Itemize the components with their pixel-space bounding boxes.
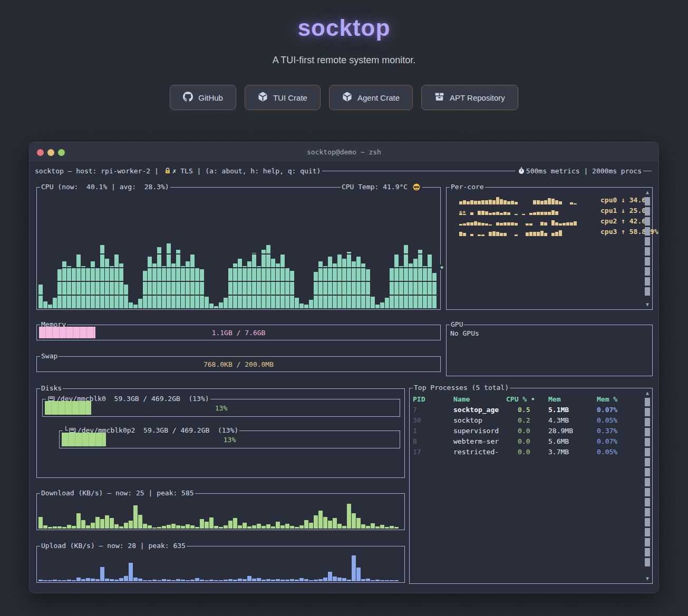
processes-scrollbar[interactable]: ▲ ▼ <box>644 390 651 582</box>
scrollbar-segment[interactable] <box>645 408 650 416</box>
chart-bar <box>100 567 104 581</box>
chart-bar <box>390 526 394 529</box>
scrollbar-segment[interactable] <box>645 528 650 536</box>
tui-crate-button[interactable]: TUI Crate <box>245 85 321 110</box>
chart-bar <box>500 199 503 204</box>
scrollbar-segment[interactable] <box>645 548 650 556</box>
chart-bar <box>280 525 285 529</box>
apt-repository-button[interactable]: APT Repository <box>421 85 518 110</box>
process-cell: supervisord <box>453 427 506 435</box>
scroll-down-icon[interactable]: ▼ <box>646 575 649 582</box>
chart-bar <box>304 520 308 529</box>
col-mem[interactable]: Mem <box>548 395 597 403</box>
github-button[interactable]: GitHub <box>170 85 236 110</box>
process-cell: restricted- <box>453 448 506 456</box>
scrollbar-segment[interactable] <box>645 267 650 276</box>
chart-bar <box>86 268 90 308</box>
core-row-cpu2: cpu2 ↑ 42.6% <box>459 215 587 226</box>
process-cell: 30 <box>413 416 453 424</box>
scrollbar-segment[interactable] <box>645 398 650 406</box>
scrollbar-segment[interactable] <box>645 428 650 436</box>
chart-bar <box>323 266 327 308</box>
chart-bar <box>148 580 152 581</box>
status-host: socktop — host: rpi-worker-2 | <box>35 167 163 175</box>
chart-bar <box>347 252 351 308</box>
chart-bar <box>200 269 204 308</box>
col-mem-pct[interactable]: Mem % <box>597 395 641 403</box>
chart-bar <box>323 517 327 529</box>
scrollbar-segment[interactable] <box>645 287 650 296</box>
scrollbar-segment[interactable] <box>645 448 650 456</box>
chart-bar <box>205 580 209 581</box>
chart-bar <box>492 200 496 204</box>
chart-bar <box>366 526 370 529</box>
chart-bar <box>86 525 90 529</box>
scrollbar-segment[interactable] <box>645 558 650 566</box>
scrollbar-segment[interactable] <box>645 458 650 466</box>
scrollbar-segment[interactable] <box>645 197 650 206</box>
chart-bar <box>148 525 152 529</box>
chart-bar <box>375 580 380 581</box>
scrollbar-segment[interactable] <box>645 418 650 426</box>
scrollbar-segment[interactable] <box>645 247 650 256</box>
scrollbar-segment[interactable] <box>645 518 650 526</box>
chart-bar <box>304 579 308 581</box>
scroll-up-icon[interactable]: ▲ <box>646 189 649 195</box>
chart-bar <box>138 579 142 581</box>
agent-crate-button[interactable]: Agent Crate <box>329 85 413 110</box>
scrollbar-segment[interactable] <box>645 237 650 246</box>
chart-bar <box>176 579 180 581</box>
process-row[interactable]: 1supervisord0.028.9MB0.37% <box>413 425 641 436</box>
col-cpu[interactable]: CPU % • <box>506 395 548 403</box>
scrollbar-segment[interactable] <box>645 498 650 506</box>
scrollbar-segment[interactable] <box>645 257 650 266</box>
stopwatch-icon <box>518 167 525 174</box>
scroll-up-icon[interactable]: ▲ <box>646 390 649 396</box>
chart-bar <box>295 580 299 581</box>
chart-bar <box>238 259 242 308</box>
chart-bar <box>529 232 532 236</box>
chart-bar <box>252 579 256 581</box>
scrollbar-segment[interactable] <box>645 488 650 496</box>
chart-bar <box>418 250 422 309</box>
scroll-down-icon[interactable]: ▼ <box>646 301 649 308</box>
chart-bar <box>110 518 114 529</box>
chart-bar <box>463 233 466 236</box>
scrollbar-segment[interactable] <box>645 538 650 546</box>
col-name[interactable]: Name <box>453 395 506 403</box>
chart-bar <box>394 580 399 581</box>
chart-bar <box>361 579 365 581</box>
chart-bar <box>489 232 492 236</box>
cpu-panel: CPU (now: 40.1% | avg: 28.3%) CPU Temp: … <box>36 187 441 310</box>
divider <box>322 171 515 171</box>
scrollbar-segment[interactable] <box>645 478 650 486</box>
chart-bar <box>280 580 285 581</box>
scrollbar-segment[interactable] <box>645 468 650 476</box>
archive-icon <box>434 92 444 103</box>
process-row[interactable]: 30socktop0.24.3MB0.05% <box>413 415 641 425</box>
scrollbar-segment[interactable] <box>645 508 650 516</box>
chart-bar <box>62 527 66 529</box>
scrollbar-segment[interactable] <box>645 277 650 286</box>
processes-scrollbar-track[interactable] <box>645 398 650 574</box>
memory-panel: Memory 1.1GB / 7.6GB <box>36 325 441 340</box>
percore-scrollbar-track[interactable] <box>645 197 650 300</box>
scrollbar-segment[interactable] <box>645 217 650 226</box>
chart-bar <box>428 254 432 308</box>
scrollbar-segment[interactable] <box>645 207 650 216</box>
col-pid[interactable]: PID <box>413 395 453 403</box>
chart-bar <box>551 199 555 204</box>
process-row[interactable]: 7socktop_age0.55.1MB0.07% <box>413 404 641 415</box>
chart-bar <box>171 524 176 529</box>
process-cell: 0.37% <box>597 427 641 435</box>
process-row[interactable]: 8webterm-ser0.05.6MB0.07% <box>413 436 641 446</box>
agent-crate-button-label: Agent Crate <box>357 93 400 102</box>
chart-bar <box>342 526 346 529</box>
chart-bar <box>474 221 477 226</box>
chart-bar <box>540 231 544 236</box>
scrollbar-segment[interactable] <box>645 227 650 236</box>
upload-chart <box>38 554 403 581</box>
process-row[interactable]: 17restricted-0.03.7MB0.05% <box>413 446 641 457</box>
percore-scrollbar[interactable]: ▲ ▼ <box>644 189 651 308</box>
scrollbar-segment[interactable] <box>645 438 650 446</box>
